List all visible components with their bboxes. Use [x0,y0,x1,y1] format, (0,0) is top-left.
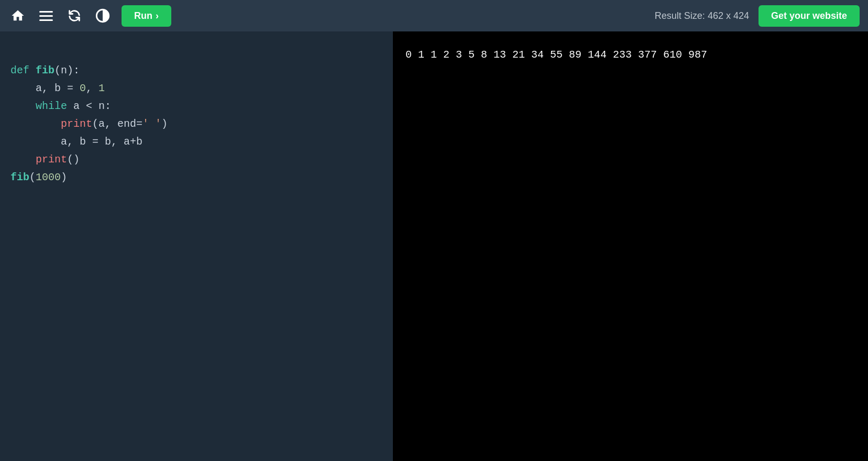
main-content: def fib(n): a, b = 0, 1 while a < n: pri… [0,31,868,461]
run-button[interactable]: Run › [122,5,171,27]
output-text: 0 1 1 2 3 5 8 13 21 34 55 89 144 233 377… [405,46,855,64]
output-panel: 0 1 1 2 3 5 8 13 21 34 55 89 144 233 377… [393,31,868,461]
result-size-label: Result Size: 462 x 424 [655,10,749,21]
run-label: Run [134,10,152,21]
menu-icon[interactable] [37,6,56,25]
code-block: def fib(n): a, b = 0, 1 while a < n: pri… [10,44,382,186]
toolbar: Run › Result Size: 462 x 424 Get your we… [0,0,868,31]
get-website-button[interactable]: Get your website [759,5,860,27]
result-dimensions: 462 x 424 [708,10,749,21]
run-arrow: › [156,10,159,21]
hamburger-lines [39,11,53,21]
contrast-icon[interactable] [93,6,112,25]
code-editor-panel[interactable]: def fib(n): a, b = 0, 1 while a < n: pri… [0,31,393,461]
get-website-label: Get your website [771,10,847,21]
home-icon[interactable] [8,6,27,25]
rotate-icon[interactable] [65,6,84,25]
